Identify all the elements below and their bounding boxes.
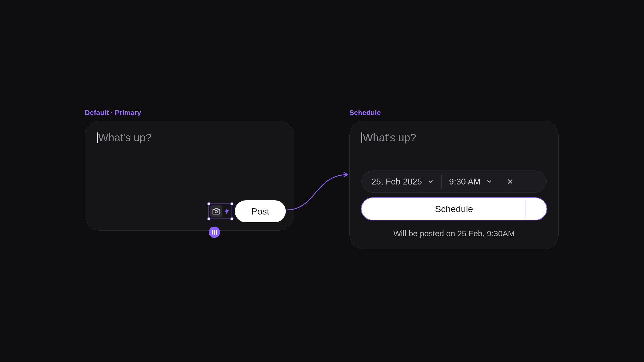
selection-handle[interactable]: [230, 217, 233, 220]
composer-input-row[interactable]: What's up?: [361, 132, 547, 144]
frame-label-schedule: Schedule: [349, 109, 381, 117]
lightning-icon[interactable]: [224, 208, 230, 215]
camera-icon[interactable]: [210, 205, 222, 217]
composer-card-default: What's up?: [85, 121, 294, 231]
post-button-label: Post: [251, 206, 269, 217]
close-icon: [507, 178, 514, 185]
selection-bounding-box[interactable]: [208, 204, 232, 219]
composer-placeholder: What's up?: [98, 132, 152, 144]
schedule-datetime-row: 25, Feb 2025 9:30 AM: [361, 171, 547, 193]
composer-input-row[interactable]: What's up?: [97, 132, 282, 144]
chevron-down-icon: [486, 178, 492, 185]
clear-schedule-button[interactable]: [500, 171, 520, 192]
selection-handle[interactable]: [207, 202, 210, 205]
schedule-note: Will be posted on 25 Feb, 9:30AM: [361, 229, 547, 238]
date-picker[interactable]: 25, Feb 2025: [364, 171, 441, 192]
flow-connector-arrow: [286, 171, 353, 210]
frame-label-default-primary: Default · Primary: [85, 109, 141, 117]
date-value: 25, Feb 2025: [371, 177, 422, 187]
chevron-down-icon: [427, 178, 434, 185]
time-picker[interactable]: 9:30 AM: [442, 171, 500, 192]
composer-card-schedule: What's up? 25, Feb 2025 9:30 AM: [349, 121, 559, 249]
selection-handle[interactable]: [230, 202, 233, 205]
schedule-button-label: Schedule: [435, 204, 473, 214]
text-cursor: [97, 132, 98, 143]
variants-badge-icon[interactable]: [209, 227, 220, 238]
time-value: 9:30 AM: [449, 177, 481, 187]
post-button[interactable]: Post: [235, 200, 286, 222]
selection-handle[interactable]: [207, 217, 210, 220]
schedule-button[interactable]: Schedule: [361, 198, 547, 220]
svg-point-0: [215, 210, 217, 213]
text-cursor: [361, 132, 362, 143]
composer-placeholder: What's up?: [363, 132, 416, 144]
